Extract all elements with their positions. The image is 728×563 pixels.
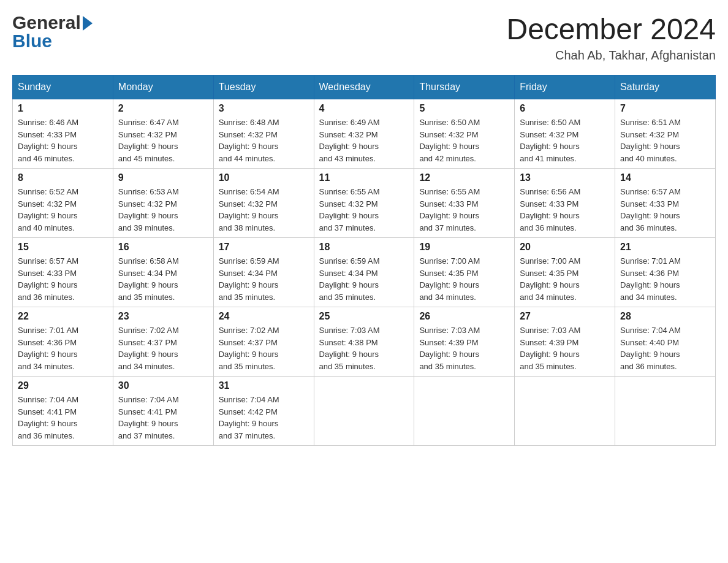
col-sunday: Sunday	[13, 75, 113, 99]
calendar-cell: 22 Sunrise: 7:01 AM Sunset: 4:36 PM Dayl…	[13, 307, 113, 377]
day-info: Sunrise: 7:02 AM Sunset: 4:37 PM Dayligh…	[118, 324, 208, 372]
day-number: 5	[419, 103, 509, 114]
day-info: Sunrise: 6:59 AM Sunset: 4:34 PM Dayligh…	[319, 255, 409, 303]
calendar-cell: 26 Sunrise: 7:03 AM Sunset: 4:39 PM Dayl…	[414, 307, 515, 377]
day-info: Sunrise: 6:55 AM Sunset: 4:33 PM Dayligh…	[419, 186, 509, 234]
day-info: Sunrise: 6:53 AM Sunset: 4:32 PM Dayligh…	[118, 186, 208, 234]
day-number: 15	[18, 242, 108, 253]
day-info: Sunrise: 6:48 AM Sunset: 4:32 PM Dayligh…	[219, 117, 309, 164]
calendar-cell: 27 Sunrise: 7:03 AM Sunset: 4:39 PM Dayl…	[515, 307, 615, 377]
day-info: Sunrise: 7:03 AM Sunset: 4:38 PM Dayligh…	[319, 324, 409, 372]
calendar-cell: 7 Sunrise: 6:51 AM Sunset: 4:32 PM Dayli…	[615, 99, 716, 169]
day-number: 21	[620, 242, 710, 253]
week-row-4: 22 Sunrise: 7:01 AM Sunset: 4:36 PM Dayl…	[13, 307, 716, 377]
day-info: Sunrise: 6:59 AM Sunset: 4:34 PM Dayligh…	[219, 255, 309, 303]
week-row-3: 15 Sunrise: 6:57 AM Sunset: 4:33 PM Dayl…	[13, 238, 716, 307]
col-thursday: Thursday	[414, 75, 515, 99]
day-info: Sunrise: 6:56 AM Sunset: 4:33 PM Dayligh…	[520, 186, 610, 234]
day-number: 8	[18, 172, 108, 183]
calendar-cell: 3 Sunrise: 6:48 AM Sunset: 4:32 PM Dayli…	[213, 99, 314, 169]
calendar-cell: 16 Sunrise: 6:58 AM Sunset: 4:34 PM Dayl…	[113, 238, 213, 307]
calendar-cell: 17 Sunrise: 6:59 AM Sunset: 4:34 PM Dayl…	[213, 238, 314, 307]
week-row-2: 8 Sunrise: 6:52 AM Sunset: 4:32 PM Dayli…	[13, 169, 716, 238]
day-number: 22	[18, 311, 108, 322]
day-number: 29	[18, 380, 108, 391]
day-number: 18	[319, 242, 409, 253]
day-info: Sunrise: 6:57 AM Sunset: 4:33 PM Dayligh…	[18, 255, 108, 303]
day-number: 27	[520, 311, 610, 322]
day-info: Sunrise: 7:03 AM Sunset: 4:39 PM Dayligh…	[520, 324, 610, 372]
day-info: Sunrise: 7:01 AM Sunset: 4:36 PM Dayligh…	[620, 255, 710, 303]
title-area: December 2024 Chah Ab, Takhar, Afghanist…	[506, 12, 716, 63]
day-number: 6	[520, 103, 610, 114]
calendar-cell: 28 Sunrise: 7:04 AM Sunset: 4:40 PM Dayl…	[615, 307, 716, 377]
day-info: Sunrise: 7:01 AM Sunset: 4:36 PM Dayligh…	[18, 324, 108, 372]
day-info: Sunrise: 7:04 AM Sunset: 4:40 PM Dayligh…	[620, 324, 710, 372]
day-number: 7	[620, 103, 710, 114]
calendar-header-row: Sunday Monday Tuesday Wednesday Thursday…	[13, 75, 716, 99]
col-monday: Monday	[113, 75, 213, 99]
calendar-cell: 31 Sunrise: 7:04 AM Sunset: 4:42 PM Dayl…	[213, 377, 314, 446]
calendar-cell	[515, 377, 615, 446]
calendar-cell	[314, 377, 414, 446]
day-info: Sunrise: 6:47 AM Sunset: 4:32 PM Dayligh…	[118, 117, 208, 164]
day-info: Sunrise: 6:50 AM Sunset: 4:32 PM Dayligh…	[520, 117, 610, 164]
day-number: 4	[319, 103, 409, 114]
day-number: 2	[118, 103, 208, 114]
calendar-cell: 30 Sunrise: 7:04 AM Sunset: 4:41 PM Dayl…	[113, 377, 213, 446]
calendar-cell	[615, 377, 716, 446]
day-number: 20	[520, 242, 610, 253]
day-info: Sunrise: 6:51 AM Sunset: 4:32 PM Dayligh…	[620, 117, 710, 164]
day-number: 31	[219, 380, 309, 391]
day-info: Sunrise: 6:52 AM Sunset: 4:32 PM Dayligh…	[18, 186, 108, 234]
col-saturday: Saturday	[615, 75, 716, 99]
day-info: Sunrise: 6:58 AM Sunset: 4:34 PM Dayligh…	[118, 255, 208, 303]
col-wednesday: Wednesday	[314, 75, 414, 99]
day-info: Sunrise: 7:02 AM Sunset: 4:37 PM Dayligh…	[219, 324, 309, 372]
calendar-cell: 24 Sunrise: 7:02 AM Sunset: 4:37 PM Dayl…	[213, 307, 314, 377]
calendar-cell: 29 Sunrise: 7:04 AM Sunset: 4:41 PM Dayl…	[13, 377, 113, 446]
day-number: 13	[520, 172, 610, 183]
day-number: 30	[118, 380, 208, 391]
calendar-cell: 9 Sunrise: 6:53 AM Sunset: 4:32 PM Dayli…	[113, 169, 213, 238]
month-title: December 2024	[506, 12, 716, 46]
calendar-cell: 1 Sunrise: 6:46 AM Sunset: 4:33 PM Dayli…	[13, 99, 113, 169]
day-info: Sunrise: 7:00 AM Sunset: 4:35 PM Dayligh…	[419, 255, 509, 303]
calendar-cell: 15 Sunrise: 6:57 AM Sunset: 4:33 PM Dayl…	[13, 238, 113, 307]
calendar-cell: 4 Sunrise: 6:49 AM Sunset: 4:32 PM Dayli…	[314, 99, 414, 169]
location-title: Chah Ab, Takhar, Afghanistan	[506, 48, 716, 63]
calendar-cell: 8 Sunrise: 6:52 AM Sunset: 4:32 PM Dayli…	[13, 169, 113, 238]
calendar-cell: 21 Sunrise: 7:01 AM Sunset: 4:36 PM Dayl…	[615, 238, 716, 307]
day-number: 16	[118, 242, 208, 253]
day-number: 10	[219, 172, 309, 183]
week-row-5: 29 Sunrise: 7:04 AM Sunset: 4:41 PM Dayl…	[13, 377, 716, 446]
day-info: Sunrise: 6:57 AM Sunset: 4:33 PM Dayligh…	[620, 186, 710, 234]
day-info: Sunrise: 6:46 AM Sunset: 4:33 PM Dayligh…	[18, 117, 108, 164]
calendar-cell: 13 Sunrise: 6:56 AM Sunset: 4:33 PM Dayl…	[515, 169, 615, 238]
day-number: 26	[419, 311, 509, 322]
calendar-cell: 23 Sunrise: 7:02 AM Sunset: 4:37 PM Dayl…	[113, 307, 213, 377]
col-friday: Friday	[515, 75, 615, 99]
day-number: 11	[319, 172, 409, 183]
calendar-table: Sunday Monday Tuesday Wednesday Thursday…	[12, 75, 716, 446]
day-info: Sunrise: 6:54 AM Sunset: 4:32 PM Dayligh…	[219, 186, 309, 234]
day-number: 19	[419, 242, 509, 253]
logo-general-row: General	[12, 12, 93, 33]
day-number: 24	[219, 311, 309, 322]
day-number: 25	[319, 311, 409, 322]
day-info: Sunrise: 6:50 AM Sunset: 4:32 PM Dayligh…	[419, 117, 509, 164]
calendar-cell: 25 Sunrise: 7:03 AM Sunset: 4:38 PM Dayl…	[314, 307, 414, 377]
calendar-cell: 12 Sunrise: 6:55 AM Sunset: 4:33 PM Dayl…	[414, 169, 515, 238]
day-number: 12	[419, 172, 509, 183]
day-number: 14	[620, 172, 710, 183]
logo: General Blue	[12, 12, 93, 52]
day-number: 28	[620, 311, 710, 322]
calendar-cell: 14 Sunrise: 6:57 AM Sunset: 4:33 PM Dayl…	[615, 169, 716, 238]
calendar-cell: 19 Sunrise: 7:00 AM Sunset: 4:35 PM Dayl…	[414, 238, 515, 307]
logo-arrow-icon	[83, 16, 93, 31]
day-number: 9	[118, 172, 208, 183]
page-header: General Blue December 2024 Chah Ab, Takh…	[12, 12, 716, 63]
day-number: 17	[219, 242, 309, 253]
calendar-cell: 5 Sunrise: 6:50 AM Sunset: 4:32 PM Dayli…	[414, 99, 515, 169]
calendar-cell: 2 Sunrise: 6:47 AM Sunset: 4:32 PM Dayli…	[113, 99, 213, 169]
